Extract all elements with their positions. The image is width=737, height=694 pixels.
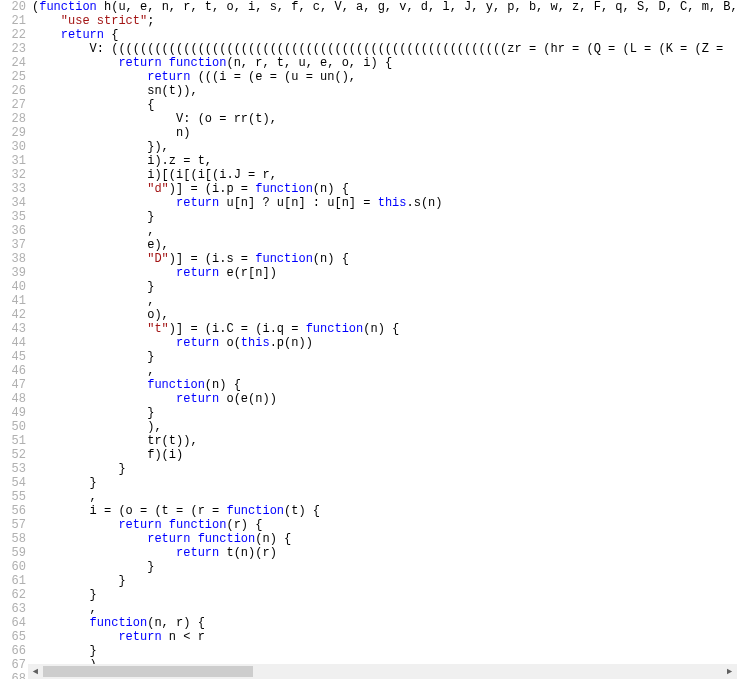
code-line[interactable]: 42 o), [0, 308, 737, 322]
code-content[interactable]: return { [30, 28, 118, 42]
code-content[interactable]: "t")] = (i.C = (i.q = function(n) { [30, 322, 399, 336]
code-content[interactable]: return t(n)(r) [30, 546, 277, 560]
code-content[interactable]: }), [30, 140, 169, 154]
code-content[interactable]: e), [30, 238, 169, 252]
code-line[interactable]: 57 return function(r) { [0, 518, 737, 532]
code-content[interactable]: } [30, 588, 97, 602]
code-line[interactable]: 48 return o(e(n)) [0, 392, 737, 406]
code-line[interactable]: 62 } [0, 588, 737, 602]
code-line[interactable]: 34 return u[n] ? u[n] : u[n] = this.s(n) [0, 196, 737, 210]
code-line[interactable]: 24 return function(n, r, t, u, e, o, i) … [0, 56, 737, 70]
code-line[interactable]: 56 i = (o = (t = (r = function(t) { [0, 504, 737, 518]
code-line[interactable]: 60 } [0, 560, 737, 574]
code-line[interactable]: 41 , [0, 294, 737, 308]
code-content[interactable]: return e(r[n]) [30, 266, 277, 280]
code-line[interactable]: 63 , [0, 602, 737, 616]
code-content[interactable]: , [30, 490, 97, 504]
code-line[interactable]: 35 } [0, 210, 737, 224]
code-line[interactable]: 20(function h(u, e, n, r, t, o, i, s, f,… [0, 0, 737, 14]
code-content[interactable]: "d")] = (i.p = function(n) { [30, 182, 349, 196]
code-content[interactable]: } [30, 406, 154, 420]
code-content[interactable]: } [30, 350, 154, 364]
code-content[interactable]: n) [30, 126, 190, 140]
code-content[interactable]: } [30, 574, 126, 588]
code-line[interactable]: 49 } [0, 406, 737, 420]
code-content[interactable]: return o(this.p(n)) [30, 336, 313, 350]
code-content[interactable]: } [30, 644, 97, 658]
code-line[interactable]: 36 , [0, 224, 737, 238]
code-line[interactable]: 30 }), [0, 140, 737, 154]
code-content[interactable]: return function(r) { [30, 518, 262, 532]
code-content[interactable]: i)[(i[(i[(i.J = r, [30, 168, 277, 182]
code-line[interactable]: 23 V: ((((((((((((((((((((((((((((((((((… [0, 42, 737, 56]
scrollbar-track[interactable] [43, 664, 722, 679]
code-line[interactable]: 27 { [0, 98, 737, 112]
code-line[interactable]: 45 } [0, 350, 737, 364]
code-content[interactable]: } [30, 462, 126, 476]
code-line[interactable]: 40 } [0, 280, 737, 294]
code-line[interactable]: 38 "D")] = (i.s = function(n) { [0, 252, 737, 266]
code-line[interactable]: 58 return function(n) { [0, 532, 737, 546]
code-line[interactable]: 44 return o(this.p(n)) [0, 336, 737, 350]
code-line[interactable]: 39 return e(r[n]) [0, 266, 737, 280]
code-content[interactable]: } [30, 280, 154, 294]
code-content[interactable]: "D")] = (i.s = function(n) { [30, 252, 349, 266]
code-content[interactable]: tr(t)), [30, 434, 198, 448]
code-content[interactable]: return n < r [30, 630, 205, 644]
code-content[interactable]: return (((i = (e = (u = un(), [30, 70, 356, 84]
code-line[interactable]: 52 f)(i) [0, 448, 737, 462]
code-line[interactable]: 26 sn(t)), [0, 84, 737, 98]
code-content[interactable]: } [30, 476, 97, 490]
code-content[interactable]: i).z = t, [30, 154, 212, 168]
code-content[interactable]: return function(n) { [30, 532, 291, 546]
code-content[interactable]: ), [30, 420, 162, 434]
code-line[interactable]: 64 function(n, r) { [0, 616, 737, 630]
code-content[interactable]: o), [30, 308, 169, 322]
code-line[interactable]: 28 V: (o = rr(t), [0, 112, 737, 126]
code-line[interactable]: 46 , [0, 364, 737, 378]
code-content[interactable]: V: (o = rr(t), [30, 112, 277, 126]
code-editor[interactable]: 20(function h(u, e, n, r, t, o, i, s, f,… [0, 0, 737, 679]
code-line[interactable]: 47 function(n) { [0, 378, 737, 392]
code-line[interactable]: 50 ), [0, 420, 737, 434]
code-content[interactable]: , [30, 602, 97, 616]
code-content[interactable]: function(n, r) { [30, 616, 205, 630]
code-content[interactable]: i = (o = (t = (r = function(t) { [30, 504, 320, 518]
code-content[interactable]: "use strict"; [30, 14, 154, 28]
code-line[interactable]: 37 e), [0, 238, 737, 252]
code-line[interactable]: 43 "t")] = (i.C = (i.q = function(n) { [0, 322, 737, 336]
scroll-right-button[interactable]: ► [722, 664, 737, 679]
code-content[interactable]: f)(i) [30, 448, 183, 462]
code-line[interactable]: 31 i).z = t, [0, 154, 737, 168]
code-content[interactable]: return function(n, r, t, u, e, o, i) { [30, 56, 392, 70]
scrollbar-thumb[interactable] [43, 666, 253, 677]
code-line[interactable]: 33 "d")] = (i.p = function(n) { [0, 182, 737, 196]
code-content[interactable]: return o(e(n)) [30, 392, 277, 406]
code-content[interactable]: V: (((((((((((((((((((((((((((((((((((((… [30, 42, 723, 56]
code-content[interactable]: , [30, 294, 154, 308]
code-area[interactable]: 20(function h(u, e, n, r, t, o, i, s, f,… [0, 0, 737, 679]
code-content[interactable]: , [30, 364, 154, 378]
code-line[interactable]: 32 i)[(i[(i[(i.J = r, [0, 168, 737, 182]
code-line[interactable]: 54 } [0, 476, 737, 490]
code-content[interactable]: sn(t)), [30, 84, 198, 98]
code-line[interactable]: 59 return t(n)(r) [0, 546, 737, 560]
code-content[interactable]: return u[n] ? u[n] : u[n] = this.s(n) [30, 196, 443, 210]
code-line[interactable]: 51 tr(t)), [0, 434, 737, 448]
code-content[interactable]: } [30, 210, 154, 224]
horizontal-scrollbar[interactable]: ◄ ► [28, 664, 737, 679]
code-line[interactable]: 65 return n < r [0, 630, 737, 644]
code-content[interactable]: } [30, 560, 154, 574]
scroll-left-button[interactable]: ◄ [28, 664, 43, 679]
code-line[interactable]: 22 return { [0, 28, 737, 42]
code-content[interactable]: { [30, 98, 154, 112]
code-line[interactable]: 61 } [0, 574, 737, 588]
code-line[interactable]: 55 , [0, 490, 737, 504]
code-line[interactable]: 66 } [0, 644, 737, 658]
code-line[interactable]: 29 n) [0, 126, 737, 140]
code-line[interactable]: 53 } [0, 462, 737, 476]
code-content[interactable]: function(n) { [30, 378, 241, 392]
code-line[interactable]: 21 "use strict"; [0, 14, 737, 28]
code-content[interactable]: (function h(u, e, n, r, t, o, i, s, f, c… [30, 0, 737, 14]
code-content[interactable]: , [30, 224, 154, 238]
